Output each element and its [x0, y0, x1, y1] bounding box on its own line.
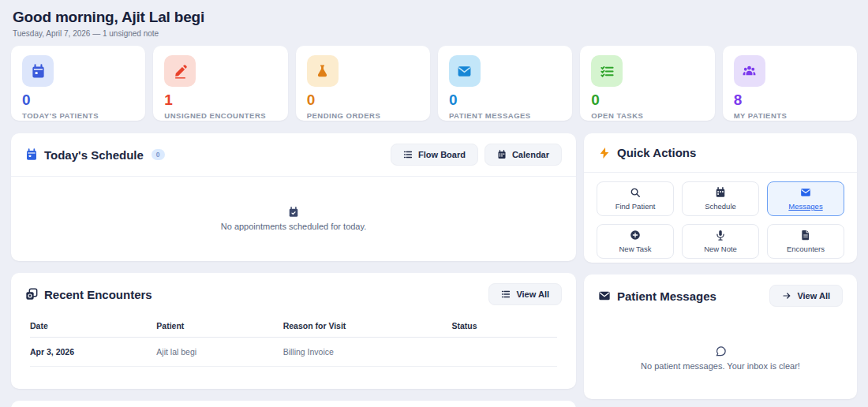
stat-label: UNSIGNED ENCOUNTERS — [164, 111, 276, 120]
patient-messages-title: Patient Messages — [598, 289, 716, 303]
recent-encounters-header: Recent Encounters View All — [11, 273, 576, 316]
schedule-empty-state: No appointments scheduled for today. — [11, 177, 576, 261]
stat-label: MY PATIENTS — [734, 111, 846, 120]
table-row[interactable]: Apr 3, 2026 Ajit lal begi Billing Invoic… — [30, 338, 557, 367]
list-icon — [501, 289, 511, 299]
messages-label: Messages — [788, 202, 822, 211]
new-note-button[interactable]: New Note — [682, 224, 759, 259]
schedule-view-buttons: Flow Board Calendar — [391, 144, 562, 166]
list-icon — [403, 150, 413, 159]
stat-card-todays-patients[interactable]: 0 TODAY'S PATIENTS — [11, 46, 145, 121]
encounter-date: Apr 3, 2026 — [30, 338, 156, 367]
patient-messages-card: Patient Messages View All No patient mes… — [584, 274, 857, 399]
quick-actions-card: Quick Actions Find Patient Schedule Mess… — [584, 133, 857, 263]
messages-empty-state: No patient messages. Your inbox is clear… — [584, 317, 857, 399]
stat-label: TODAY'S PATIENTS — [22, 111, 134, 120]
stat-card-my-patients[interactable]: 8 MY PATIENTS — [723, 46, 857, 121]
greeting-title: Good morning, Ajit Lal begi — [13, 9, 855, 26]
schedule-header: Today's Schedule 0 Flow Board Calendar — [11, 133, 576, 177]
quick-actions-title: Quick Actions — [598, 146, 696, 159]
calendar-icon — [22, 55, 54, 87]
stat-label: PENDING ORDERS — [307, 111, 419, 120]
stat-value: 0 — [449, 92, 561, 107]
find-patient-label: Find Patient — [615, 202, 656, 211]
stat-value: 8 — [734, 92, 846, 107]
view-all-encounters-label: View All — [516, 289, 549, 299]
plus-circle-icon — [630, 230, 641, 241]
new-task-button[interactable]: New Task — [597, 224, 674, 259]
stat-card-unsigned-encounters[interactable]: 1 UNSIGNED ENCOUNTERS — [153, 46, 287, 121]
schedule-button[interactable]: Schedule — [682, 181, 759, 216]
quick-actions-header: Quick Actions — [584, 133, 857, 173]
lightning-icon — [598, 147, 611, 159]
document-icon — [800, 230, 811, 241]
stat-value: 0 — [22, 92, 134, 107]
calendar-icon — [25, 148, 38, 161]
chat-bubble-icon — [715, 345, 727, 357]
calendar-view-label: Calendar — [512, 150, 549, 159]
stats-row: 0 TODAY'S PATIENTS 1 UNSIGNED ENCOUNTERS… — [11, 46, 857, 121]
stat-value: 0 — [591, 92, 703, 107]
schedule-label: Schedule — [705, 202, 736, 211]
stat-card-pending-orders[interactable]: 0 PENDING ORDERS — [296, 46, 430, 121]
new-task-label: New Task — [619, 245, 651, 253]
encounter-patient: Ajit lal begi — [156, 338, 282, 367]
page-header: Good morning, Ajit Lal begi Tuesday, Apr… — [0, 0, 868, 43]
microphone-icon — [715, 230, 726, 241]
quick-actions-grid: Find Patient Schedule Messages New Task … — [584, 173, 857, 271]
encounters-button[interactable]: Encounters — [767, 224, 844, 259]
search-icon — [630, 187, 641, 198]
patient-messages-title-text: Patient Messages — [617, 289, 716, 303]
envelope-icon — [449, 55, 481, 87]
left-column: Today's Schedule 0 Flow Board Calendar — [11, 133, 576, 407]
recent-encounters-title-text: Recent Encounters — [44, 288, 152, 301]
calendar-icon — [715, 187, 726, 198]
flow-board-label: Flow Board — [418, 150, 466, 159]
schedule-title: Today's Schedule 0 — [25, 148, 165, 162]
stat-value: 1 — [164, 92, 276, 107]
messages-button[interactable]: Messages — [767, 181, 844, 216]
flow-board-button[interactable]: Flow Board — [391, 144, 478, 166]
quick-actions-title-text: Quick Actions — [617, 146, 696, 159]
encounter-status — [451, 338, 557, 367]
right-column: Quick Actions Find Patient Schedule Mess… — [584, 133, 857, 399]
stat-value: 0 — [307, 92, 419, 107]
patient-messages-header: Patient Messages View All — [584, 274, 857, 317]
stat-label: PATIENT MESSAGES — [449, 111, 561, 120]
envelope-icon — [800, 187, 811, 198]
find-patient-button[interactable]: Find Patient — [597, 181, 674, 216]
view-all-encounters-button[interactable]: View All — [488, 283, 562, 305]
envelope-icon — [598, 289, 611, 302]
view-all-messages-button[interactable]: View All — [769, 285, 843, 307]
flask-icon — [307, 55, 339, 87]
calendar-view-button[interactable]: Calendar — [485, 144, 562, 166]
main-grid: Today's Schedule 0 Flow Board Calendar — [11, 133, 857, 407]
recent-encounters-title: Recent Encounters — [25, 288, 152, 301]
greeting-subtitle: Tuesday, April 7, 2026 — 1 unsigned note — [13, 29, 855, 38]
stat-card-patient-messages[interactable]: 0 PATIENT MESSAGES — [438, 46, 572, 121]
stat-card-open-tasks[interactable]: 0 OPEN TASKS — [580, 46, 714, 121]
signature-icon — [164, 55, 196, 87]
schedule-empty-text: No appointments scheduled for today. — [221, 222, 366, 231]
todays-schedule-card: Today's Schedule 0 Flow Board Calendar — [11, 133, 576, 261]
encounters-icon — [25, 288, 38, 301]
recent-encounters-card: Recent Encounters View All Date Patient … — [11, 273, 576, 389]
patients-icon — [734, 55, 765, 87]
schedule-count-badge: 0 — [152, 149, 165, 160]
table-header-row: Date Patient Reason for Visit Status — [30, 316, 557, 338]
encounter-reason: Billing Invoice — [283, 338, 452, 367]
cutoff-card — [11, 401, 576, 407]
column-header-date: Date — [30, 316, 156, 338]
arrow-right-icon — [782, 291, 791, 301]
calendar-icon — [497, 150, 507, 159]
calendar-icon — [288, 207, 299, 218]
messages-empty-text: No patient messages. Your inbox is clear… — [641, 361, 800, 371]
schedule-title-text: Today's Schedule — [44, 148, 144, 162]
view-all-messages-label: View All — [797, 291, 830, 301]
new-note-label: New Note — [704, 245, 737, 253]
column-header-reason: Reason for Visit — [283, 316, 452, 338]
column-header-patient: Patient — [156, 316, 282, 338]
encounters-table: Date Patient Reason for Visit Status Apr… — [11, 316, 576, 367]
column-header-status: Status — [451, 316, 557, 338]
checklist-icon — [591, 55, 623, 87]
